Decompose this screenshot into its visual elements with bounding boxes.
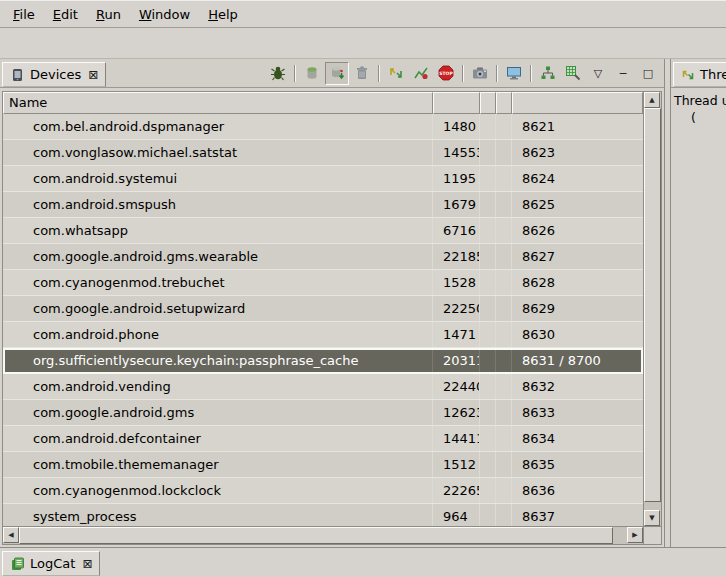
- table-row[interactable]: com.tmobile.thememanager 1512 8635: [3, 452, 643, 478]
- tab-threads[interactable]: Threads: [673, 62, 726, 87]
- process-status-cell: [480, 114, 496, 139]
- table-row[interactable]: com.android.phone 1471 8630: [3, 322, 643, 348]
- column-header-pid[interactable]: [433, 92, 480, 114]
- table-row[interactable]: com.google.android.gms 12623 8633: [3, 400, 643, 426]
- minimize-button[interactable]: ─: [611, 62, 635, 85]
- horizontal-scroll-track[interactable]: [19, 527, 627, 544]
- devices-panel: Devices ⊠: [0, 59, 665, 547]
- stop-process-button[interactable]: STOP: [434, 62, 458, 85]
- update-threads-button[interactable]: [384, 62, 408, 85]
- logcat-strip: LogCat ⊠: [0, 547, 726, 577]
- menu-file[interactable]: File: [4, 4, 44, 25]
- menu-window[interactable]: Window: [130, 4, 199, 25]
- process-port: 8626: [512, 218, 643, 243]
- process-port: 8623: [512, 140, 643, 165]
- process-status-cell: [480, 374, 496, 399]
- method-profiling-icon: [413, 65, 429, 81]
- scroll-right-button[interactable]: ▶: [627, 527, 643, 543]
- scroll-left-icon: ◀: [8, 531, 13, 539]
- camera-icon: [472, 65, 488, 81]
- process-port: 8627: [512, 244, 643, 269]
- process-name: com.vonglasow.michael.satstat: [3, 140, 433, 165]
- process-port: 8629: [512, 296, 643, 321]
- process-pid: 6716: [433, 218, 480, 243]
- pixel-perfect-button[interactable]: [561, 62, 585, 85]
- process-status-cell: [496, 218, 512, 243]
- column-header-name[interactable]: Name: [3, 92, 433, 114]
- horizontal-scrollbar[interactable]: ◀ ▶: [3, 527, 643, 544]
- logcat-icon: [10, 557, 25, 571]
- table-row[interactable]: com.google.android.setupwizard 22250 862…: [3, 296, 643, 322]
- scroll-down-button[interactable]: ▼: [644, 510, 660, 526]
- process-port: 8628: [512, 270, 643, 295]
- scroll-up-button[interactable]: ▲: [644, 92, 660, 108]
- trash-icon: [354, 65, 370, 81]
- process-status-cell: [496, 452, 512, 477]
- toolbar-separator: [462, 65, 464, 82]
- process-pid: 22185: [433, 244, 480, 269]
- vertical-scroll-thumb[interactable]: [644, 108, 661, 502]
- ddms-window: File Edit Run Window Help Devices ⊠: [0, 0, 726, 577]
- cause-gc-button[interactable]: [350, 62, 374, 85]
- hierarchy-viewer-button[interactable]: [536, 62, 560, 85]
- process-status-cell: [480, 218, 496, 243]
- menu-help-label: elp: [218, 7, 238, 22]
- table-row[interactable]: com.cyanogenmod.trebuchet 1528 8628: [3, 270, 643, 296]
- monitor-icon: [506, 65, 522, 81]
- process-pid: 22440: [433, 374, 480, 399]
- maximize-button[interactable]: □: [636, 62, 660, 85]
- menu-edit-mnemonic: E: [53, 7, 61, 22]
- process-status-cell: [480, 296, 496, 321]
- table-row[interactable]: com.android.systemui 1195 8624: [3, 166, 643, 192]
- horizontal-scrollbar-row: ◀ ▶: [3, 526, 661, 544]
- table-row[interactable]: com.vonglasow.michael.satstat 14553 8623: [3, 140, 643, 166]
- process-pid: 22250: [433, 296, 480, 321]
- process-pid: 12623: [433, 400, 480, 425]
- debug-process-button[interactable]: [266, 62, 290, 85]
- process-status-cell: [480, 478, 496, 503]
- process-status-cell: [480, 426, 496, 451]
- view-menu-button[interactable]: ▽: [586, 62, 610, 85]
- table-row[interactable]: com.android.defcontainer 14411 8634: [3, 426, 643, 452]
- table-row[interactable]: com.whatsapp 6716 8626: [3, 218, 643, 244]
- process-status-cell: [480, 400, 496, 425]
- process-status-cell: [496, 140, 512, 165]
- process-table: Name com.bel.android.dspmanager 1480 862…: [2, 91, 662, 545]
- menu-run[interactable]: Run: [87, 4, 130, 25]
- table-row[interactable]: com.google.android.gms.wearable 22185 86…: [3, 244, 643, 270]
- table-row[interactable]: com.bel.android.dspmanager 1480 8621: [3, 114, 643, 140]
- scrollbar-corner: [643, 527, 661, 544]
- table-row[interactable]: com.android.vending 22440 8632: [3, 374, 643, 400]
- process-name: com.android.vending: [3, 374, 433, 399]
- view-menu-icon: ▽: [594, 68, 602, 79]
- vertical-scrollbar[interactable]: ▲ ▼: [643, 92, 661, 526]
- minimize-icon: ─: [620, 68, 627, 79]
- update-heap-button[interactable]: [300, 62, 324, 85]
- method-profiling-button[interactable]: [409, 62, 433, 85]
- menu-help[interactable]: Help: [199, 4, 247, 25]
- process-status-cell: [480, 270, 496, 295]
- column-header-status2[interactable]: [496, 92, 512, 114]
- tab-devices[interactable]: Devices ⊠: [2, 62, 106, 87]
- vertical-scroll-track[interactable]: [644, 108, 661, 510]
- close-icon[interactable]: ⊠: [82, 558, 92, 570]
- column-header-status1[interactable]: [480, 92, 496, 114]
- tab-devices-label: Devices: [30, 67, 81, 82]
- process-status-cell: [496, 400, 512, 425]
- tab-logcat[interactable]: LogCat ⊠: [2, 551, 100, 576]
- horizontal-scroll-thumb[interactable]: [19, 527, 613, 544]
- table-row[interactable]: org.sufficientlysecure.keychain:passphra…: [3, 348, 643, 374]
- table-row[interactable]: system_process 964 8637: [3, 504, 643, 526]
- scroll-down-icon: ▼: [649, 514, 654, 522]
- menu-edit[interactable]: Edit: [44, 4, 87, 25]
- process-status-cell: [496, 192, 512, 217]
- screen-capture-button[interactable]: [468, 62, 492, 85]
- dump-hprof-button[interactable]: [325, 62, 349, 85]
- column-header-port[interactable]: [512, 92, 643, 114]
- close-icon[interactable]: ⊠: [88, 69, 98, 81]
- table-row[interactable]: com.cyanogenmod.lockclock 22265 8636: [3, 478, 643, 504]
- table-row[interactable]: com.android.smspush 1679 8625: [3, 192, 643, 218]
- toolbar-separator: [378, 65, 380, 82]
- scroll-left-button[interactable]: ◀: [3, 527, 19, 543]
- dump-view-hierarchy-button[interactable]: [502, 62, 526, 85]
